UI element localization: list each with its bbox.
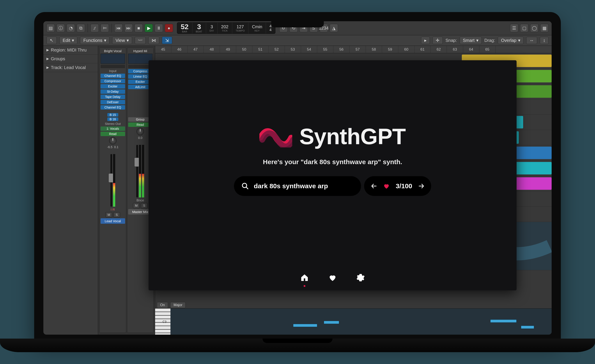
gear-icon <box>356 273 365 282</box>
lcd-tempo: 127 <box>237 24 244 29</box>
pause-button[interactable]: ⏸ <box>155 24 163 32</box>
mute-button[interactable]: M <box>106 212 112 217</box>
insert-slot[interactable]: Exciter <box>100 84 125 89</box>
automation-icon[interactable]: 〰 <box>135 37 146 44</box>
send-slot[interactable]: B 15 <box>107 113 118 117</box>
groups-inspector[interactable]: ▶Groups <box>43 55 98 63</box>
metronome-icon[interactable]: ◮ <box>330 24 338 32</box>
level-meter <box>139 145 141 197</box>
inspector-sidebar: ▶Region: MIDI Thru ▶Groups ▶Track: Lead … <box>43 46 98 335</box>
nav-settings-button[interactable] <box>356 273 365 283</box>
svg-line-1 <box>246 187 248 189</box>
solo-button[interactable]: S <box>141 203 148 208</box>
tool-marquee[interactable]: ✛ <box>432 37 443 44</box>
piano-roll[interactable]: On Major C3 <box>155 308 552 335</box>
forward-button[interactable]: ⏭ <box>124 24 133 32</box>
nav-favorites-button[interactable] <box>328 273 337 283</box>
functions-menu[interactable]: Functions ▾ <box>80 37 110 44</box>
vzoom-icon[interactable]: ↕ <box>540 37 549 44</box>
track-inspector[interactable]: ▶Track: Lead Vocal <box>43 63 98 72</box>
stop-button[interactable]: ■ <box>135 24 143 32</box>
flex-icon[interactable]: ⋈ <box>148 37 159 44</box>
browser-icon[interactable]: ▦ <box>540 24 549 32</box>
heart-icon <box>328 273 337 282</box>
mixer-icon[interactable]: ⎎ <box>91 24 99 32</box>
bar-ruler[interactable]: 4546474849505152535455565758596061626364… <box>155 46 552 53</box>
insert-slot[interactable]: Tape Delay <box>100 95 125 99</box>
record-button[interactable]: ● <box>165 24 173 32</box>
insert-slot[interactable]: Channel EQ <box>100 74 125 78</box>
piano-on[interactable]: On <box>157 302 168 308</box>
brand-name: SynthGPT <box>299 124 405 150</box>
transport-lcd[interactable]: 52BAR 3BEAT 3DIV 202TICK 127TEMPO CminKE… <box>177 22 275 34</box>
region-inspector[interactable]: ▶Region: MIDI Thru <box>43 46 98 55</box>
hzoom-icon[interactable]: ↔ <box>526 37 537 44</box>
inspector-icon[interactable]: ⓘ <box>57 24 65 32</box>
plugin-bottom-nav <box>149 273 517 283</box>
lcd-key: Cmin <box>252 24 262 29</box>
pan-knob[interactable] <box>136 128 144 135</box>
pointer-tool[interactable]: ↖ <box>46 37 57 44</box>
prev-preset-button[interactable] <box>371 183 377 189</box>
channel-name[interactable]: Lead Vocal <box>100 218 125 224</box>
automation-mode[interactable]: Read <box>100 132 125 136</box>
channel-strip-lead-vocal: Bright Vocal Input Channel EQ Compressor… <box>99 48 126 333</box>
volume-fader[interactable] <box>136 145 138 197</box>
lcd-div: 3 <box>211 24 213 29</box>
preset-nav-pill: 3/100 <box>364 176 431 196</box>
lcd-beat: 3 <box>197 23 201 30</box>
laptop-base <box>0 339 595 352</box>
lcd-bar: 52 <box>181 23 189 30</box>
prompt-pill <box>234 176 361 196</box>
result-tagline: Here's your "dark 80s synthwave arp" syn… <box>263 158 402 166</box>
tool-arrow[interactable]: ▸ <box>421 37 430 44</box>
snap-label: Snap: <box>445 38 457 43</box>
level-meter <box>113 154 115 207</box>
screen: ▤ ⓘ ◔ ⧉ ⎎ ✄ ⏮ ⏭ ■ ▶ ⏸ ● 52BAR 3B <box>43 21 552 335</box>
solo-button[interactable]: S <box>113 212 120 217</box>
insert-slot[interactable]: DeEsser <box>100 100 125 104</box>
channel-strips: Bright Vocal Input Channel EQ Compressor… <box>98 46 155 335</box>
rewind-button[interactable]: ⏮ <box>114 24 123 32</box>
quicklook-icon[interactable]: ◔ <box>67 24 75 32</box>
synthgpt-plugin-window: SynthGPT Here's your "dark 80s synthwave… <box>149 60 517 290</box>
home-icon <box>300 273 309 282</box>
active-indicator-icon <box>304 285 305 287</box>
search-icon <box>241 182 249 190</box>
send-slot[interactable]: B 16 <box>107 117 118 121</box>
prompt-input[interactable] <box>254 182 354 190</box>
drag-select[interactable]: Overlap ▾ <box>498 37 524 44</box>
list-editors-icon[interactable]: ☰ <box>510 24 518 32</box>
tracks-subbar: ↖ Edit ▾ Functions ▾ View ▾ 〰 ⋈ ⇲ ▸ ✛ Sn… <box>43 35 552 46</box>
synthgpt-logo: SynthGPT <box>259 124 405 150</box>
pan-knob[interactable] <box>109 137 117 144</box>
next-preset-button[interactable] <box>418 183 425 189</box>
catch-icon[interactable]: ⇲ <box>162 37 172 44</box>
editors-icon[interactable]: ✄ <box>100 24 109 32</box>
laptop-mockup: ▤ ⓘ ◔ ⧉ ⎎ ✄ ⏮ ⏭ ■ ▶ ⏸ ● 52BAR 3B <box>0 12 595 352</box>
drag-label: Drag: <box>484 38 495 43</box>
loops-icon[interactable]: ◯ <box>530 24 538 32</box>
laptop-notch <box>271 21 324 27</box>
toolbar-icon[interactable]: ⧉ <box>77 24 85 32</box>
snap-select[interactable]: Smart ▾ <box>460 37 482 44</box>
insert-slot[interactable]: St-Delay <box>100 89 125 94</box>
piano-scale[interactable]: Major <box>170 302 185 308</box>
eq-thumbnail[interactable] <box>100 54 125 64</box>
lcd-tick: 202 <box>221 24 228 29</box>
favorite-button[interactable] <box>383 183 390 190</box>
notes-icon[interactable]: ▢ <box>520 24 528 32</box>
insert-slot[interactable]: Compressor <box>100 79 125 83</box>
level-meter <box>142 145 144 197</box>
play-button[interactable]: ▶ <box>145 24 153 32</box>
group-slot[interactable]: 1: Vocals <box>100 127 125 131</box>
insert-slot[interactable]: Channel EQ <box>100 105 125 110</box>
wave-logo-icon <box>259 126 292 148</box>
mute-button[interactable]: M <box>133 203 140 208</box>
preset-counter: 3/100 <box>396 182 412 190</box>
library-icon[interactable]: ▤ <box>46 24 55 32</box>
nav-home-button[interactable] <box>300 273 309 283</box>
view-menu[interactable]: View ▾ <box>112 37 132 44</box>
volume-fader[interactable] <box>110 154 112 207</box>
edit-menu[interactable]: Edit ▾ <box>59 37 77 44</box>
